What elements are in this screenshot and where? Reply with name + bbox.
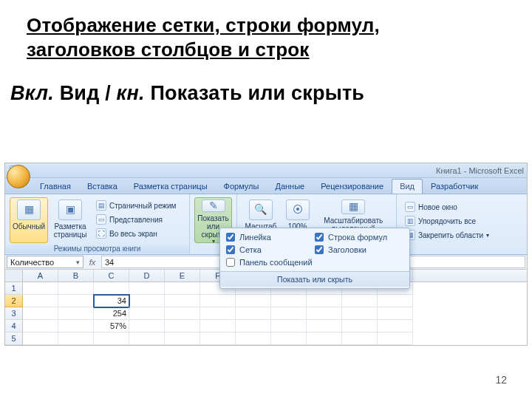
chevron-down-icon: ▾	[212, 239, 215, 245]
cell[interactable]	[378, 307, 413, 320]
col-header[interactable]: D	[129, 270, 165, 282]
cell[interactable]	[165, 332, 200, 345]
cell[interactable]	[58, 320, 94, 332]
chevron-down-icon: ▾	[486, 232, 489, 239]
cell[interactable]	[129, 307, 165, 320]
cell[interactable]	[94, 282, 129, 295]
cell[interactable]	[307, 307, 342, 320]
message-bar-checkbox[interactable]: Панель сообщений	[226, 258, 315, 267]
col-header[interactable]: C	[94, 270, 129, 282]
page-layout-view-button[interactable]: ▣ Разметка страницы	[51, 197, 89, 243]
new-window-button[interactable]: ▭Новое окно	[401, 200, 493, 214]
slide-subtitle: Вкл. Вид / кн. Показать или скрыть	[0, 61, 532, 105]
fullscreen-icon: ⛶	[96, 228, 106, 239]
tab-page-layout[interactable]: Разметка страницы	[126, 179, 216, 194]
cell[interactable]	[271, 307, 307, 320]
cell[interactable]	[200, 295, 236, 307]
cell[interactable]	[307, 332, 342, 345]
cell[interactable]	[165, 282, 200, 295]
cell[interactable]: 57%	[94, 320, 129, 332]
ruler-checkbox[interactable]: Линейка	[226, 233, 315, 242]
cell[interactable]	[23, 295, 58, 307]
freeze-panes-button[interactable]: ▦Закрепить области ▾	[401, 228, 493, 242]
arrange-icon: ▥	[405, 216, 415, 226]
cell[interactable]	[271, 320, 307, 332]
col-header[interactable]: E	[165, 270, 200, 282]
tab-data[interactable]: Данные	[267, 179, 313, 194]
cell[interactable]	[94, 332, 129, 345]
row-header[interactable]: 3	[5, 307, 23, 320]
zoom-icon: 🔍	[249, 200, 273, 220]
cell[interactable]	[307, 295, 342, 307]
headings-check-icon[interactable]	[315, 245, 324, 254]
excel-window: 💾 Книга1 - Microsoft Excel Главная Встав…	[4, 163, 528, 346]
custom-views-button[interactable]: ▭Представления	[92, 213, 180, 226]
arrange-all-button[interactable]: ▥Упорядочить все	[401, 214, 493, 228]
row-header[interactable]: 4	[5, 320, 23, 332]
tab-formulas[interactable]: Формулы	[216, 179, 267, 194]
cell[interactable]	[165, 320, 200, 332]
cell[interactable]	[23, 320, 58, 332]
cell[interactable]	[165, 295, 200, 307]
fx-icon[interactable]: fx	[85, 255, 100, 269]
row-header[interactable]: 5	[5, 332, 23, 345]
cell[interactable]: 254	[94, 307, 129, 320]
col-header[interactable]: A	[23, 270, 58, 282]
normal-view-button[interactable]: ▦ Обычный	[10, 197, 48, 243]
cell[interactable]	[23, 332, 58, 345]
formula-bar-checkbox[interactable]: Строка формул	[315, 233, 403, 242]
gridlines-checkbox[interactable]: Сетка	[226, 245, 315, 254]
cell[interactable]	[58, 295, 94, 307]
cell[interactable]	[23, 307, 58, 320]
chevron-down-icon[interactable]: ▾	[76, 259, 80, 266]
name-box[interactable]: Количество▾	[7, 256, 83, 268]
headings-checkbox[interactable]: Заголовки	[315, 245, 403, 254]
cell[interactable]	[271, 332, 307, 345]
page-break-preview-button[interactable]: ▤Страничный режим	[92, 199, 180, 212]
col-header[interactable]: B	[58, 270, 94, 282]
cell[interactable]	[236, 332, 271, 345]
cell[interactable]	[129, 320, 165, 332]
show-hide-dropdown: Линейка Сетка Панель сообщений Строка фо…	[219, 228, 410, 289]
office-button[interactable]	[7, 165, 30, 188]
ruler-check-icon[interactable]	[226, 233, 235, 242]
full-screen-button[interactable]: ⛶Во весь экран	[92, 227, 180, 240]
gridlines-check-icon[interactable]	[226, 245, 235, 254]
row-header[interactable]: 2	[5, 295, 23, 307]
tab-home[interactable]: Главная	[32, 179, 79, 194]
cell[interactable]	[342, 320, 378, 332]
tab-view[interactable]: Вид	[392, 179, 423, 194]
cell[interactable]	[200, 307, 236, 320]
cell[interactable]	[200, 332, 236, 345]
cell[interactable]	[378, 332, 413, 345]
tab-insert[interactable]: Вставка	[79, 179, 126, 194]
tab-review[interactable]: Рецензирование	[313, 179, 392, 194]
cell[interactable]	[23, 282, 58, 295]
message-bar-check-icon[interactable]	[226, 258, 235, 267]
cell[interactable]	[271, 295, 307, 307]
cell[interactable]	[236, 307, 271, 320]
tab-developer[interactable]: Разработчик	[423, 179, 486, 194]
cell-active[interactable]: 34	[94, 295, 129, 307]
cell[interactable]	[378, 320, 413, 332]
cell[interactable]	[200, 320, 236, 332]
cell[interactable]	[236, 295, 271, 307]
cell[interactable]	[378, 295, 413, 307]
cell[interactable]	[165, 307, 200, 320]
cell[interactable]	[58, 282, 94, 295]
cell[interactable]	[307, 320, 342, 332]
cell[interactable]	[129, 282, 165, 295]
cell[interactable]	[342, 332, 378, 345]
formula-bar-check-icon[interactable]	[315, 233, 324, 242]
cell[interactable]	[342, 295, 378, 307]
cell[interactable]	[129, 332, 165, 345]
cell[interactable]	[58, 332, 94, 345]
cell[interactable]	[342, 307, 378, 320]
row-header[interactable]: 1	[5, 282, 23, 295]
cell[interactable]	[236, 320, 271, 332]
cell[interactable]	[58, 307, 94, 320]
select-all-corner[interactable]	[5, 270, 23, 282]
show-hide-icon: ✎	[202, 200, 225, 212]
cell[interactable]	[129, 295, 165, 307]
quick-access-toolbar: 💾 Книга1 - Microsoft Excel	[5, 163, 527, 178]
